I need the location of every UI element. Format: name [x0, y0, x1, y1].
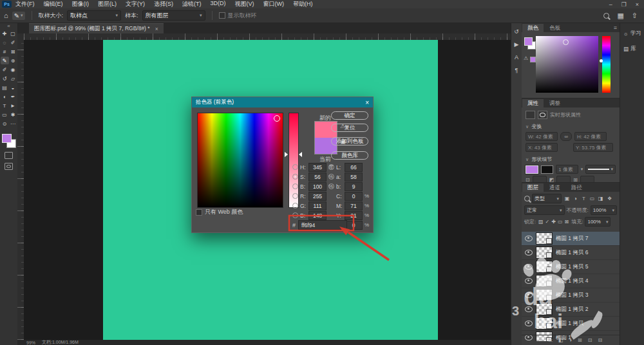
actions-panel-icon[interactable]: ▶ [515, 41, 519, 48]
field-value-input[interactable]: 111 [308, 201, 327, 210]
menu-item[interactable]: 滤镜(T) [182, 0, 202, 8]
blur-tool[interactable]: ◒ [9, 84, 17, 91]
filter-pixel-icon[interactable]: ▣ [564, 196, 571, 201]
dialog-title-bar[interactable]: 拾色器 (前景色) × [192, 97, 373, 107]
shape-tool[interactable]: ▭ [1, 111, 9, 118]
blend-mode-dropdown[interactable]: 正常 ▾ [524, 205, 565, 215]
picker-color-field[interactable] [197, 113, 283, 208]
document-tab[interactable]: 图库图标.psd @ 99% (椭圆 1 拷贝 7, RGB/8#) * × [29, 23, 164, 33]
panel-tab[interactable]: 调整 [544, 99, 565, 107]
hex-input[interactable]: ff6f94 [298, 220, 347, 230]
layer-name[interactable]: 椭圆 1 拷贝 7 [556, 235, 589, 243]
layer-thumbnail[interactable] [536, 261, 553, 273]
home-icon[interactable]: ⌂ [4, 12, 8, 19]
layer-effects-icon[interactable]: fx [548, 337, 552, 343]
sample-size-dropdown[interactable]: 取样点 ▾ [67, 10, 121, 21]
move-tool[interactable]: ✚ [1, 30, 9, 37]
panel-tab[interactable]: 图层 [522, 183, 544, 192]
field-value-input[interactable]: 66 [345, 163, 363, 172]
pen-tool[interactable]: ✒ [9, 93, 17, 100]
search-icon[interactable] [603, 13, 609, 19]
layer-thumbnail[interactable] [536, 247, 553, 259]
window-control-button[interactable]: × [636, 1, 639, 8]
close-icon[interactable]: × [155, 26, 158, 32]
healing-brush-tool[interactable]: ⊕ [9, 57, 17, 64]
layer-thumbnail[interactable] [536, 317, 553, 330]
visibility-eye-icon[interactable] [525, 236, 533, 241]
filter-smartobject-icon[interactable]: ◨ [597, 196, 604, 201]
radio-button[interactable] [328, 164, 334, 170]
slider-marker-left[interactable] [285, 152, 288, 157]
layer-thumbnail[interactable] [536, 289, 553, 301]
quick-select-tool[interactable]: ✐ [9, 39, 17, 46]
visibility-eye-icon[interactable] [525, 306, 533, 312]
visibility-eye-icon[interactable] [525, 292, 533, 298]
share-icon[interactable]: ⇧ [632, 12, 638, 20]
menu-item[interactable]: 文字(Y) [126, 0, 145, 8]
color-field-marker[interactable] [563, 39, 569, 45]
lock-position-icon[interactable]: ✚ [551, 219, 556, 225]
layer-name[interactable]: 椭圆 1 拷贝 5 [556, 263, 589, 271]
frame-tool[interactable]: ⊠ [9, 48, 17, 55]
new-layer-icon[interactable]: ⊡ [588, 337, 592, 343]
field-value-input[interactable]: 21 [345, 211, 363, 220]
filter-shape-icon[interactable]: ▭ [589, 196, 596, 201]
panel-tab[interactable]: 颜色 [522, 24, 544, 32]
filter-type-dropdown[interactable]: 类型 ▾ [532, 194, 562, 203]
height-field[interactable]: H: 42 像素 [574, 132, 607, 141]
color-field-marker[interactable] [274, 115, 280, 122]
transform-section-header[interactable]: ∨ 变换 [526, 123, 616, 130]
stroke-width-field[interactable]: 1 像素 [556, 165, 578, 174]
visibility-eye-icon[interactable] [525, 278, 533, 284]
shape-section-header[interactable]: ∨ 形状细节 [526, 156, 616, 163]
lasso-tool[interactable]: ◌ [1, 39, 9, 46]
stroke-color-swatch[interactable] [541, 165, 554, 174]
window-control-button[interactable]: ❐ [621, 1, 627, 8]
lock-artboard-icon[interactable]: ▭ [557, 219, 563, 225]
radio-button[interactable] [292, 193, 298, 199]
paragraph-panel-icon[interactable]: ¶ [515, 67, 518, 73]
hue-slider-marker[interactable] [600, 59, 603, 62]
layer-name[interactable]: 椭圆 1 拷贝 4 [556, 277, 589, 285]
fill-color-swatch[interactable] [526, 165, 538, 174]
menu-item[interactable]: 选择(S) [154, 0, 173, 8]
slider-marker-right[interactable] [299, 152, 302, 157]
filter-search-icon[interactable] [524, 196, 530, 201]
more-tools[interactable]: ⋯ [9, 120, 17, 127]
delete-layer-icon[interactable]: ⊟ [598, 337, 603, 343]
window-control-button[interactable]: – [609, 1, 612, 8]
lock-transparency-icon[interactable]: ▨ [538, 219, 544, 225]
layer-row[interactable]: 椭圆 1 拷贝 4 [522, 274, 620, 288]
dodge-tool[interactable]: ◖ [1, 93, 9, 100]
crop-tool[interactable]: # [1, 48, 9, 55]
menu-item[interactable]: 图像(I) [72, 0, 90, 8]
layer-thumbnail[interactable] [536, 232, 553, 245]
filter-adjustment-icon[interactable]: ◑ [572, 196, 579, 201]
hand-tool[interactable]: ✱ [9, 111, 17, 118]
close-icon[interactable]: × [365, 99, 369, 106]
radio-button[interactable] [292, 164, 298, 170]
layer-row[interactable]: 椭圆 1 拷贝 2 [522, 303, 620, 317]
layer-row[interactable]: 椭圆 1 拷贝 7 [522, 232, 620, 246]
width-field[interactable]: W: 42 像素 [526, 132, 558, 141]
chevron-down-icon[interactable]: ▾ [581, 167, 583, 172]
quick-mask-button[interactable] [5, 152, 13, 159]
filter-pin-icon[interactable]: ❖ [606, 196, 613, 201]
layer-thumbnail[interactable] [536, 275, 553, 287]
zoom-tool[interactable]: ⊙ [1, 120, 9, 127]
field-value-input[interactable]: 255 [308, 192, 327, 201]
filter-type-icon[interactable]: T [580, 196, 587, 201]
radio-button[interactable] [292, 183, 298, 189]
history-panel-icon[interactable]: ↺ [514, 28, 519, 35]
active-tool-chip[interactable]: ✎ ▾ [12, 12, 25, 20]
menu-item[interactable]: 编辑(E) [44, 0, 63, 8]
menu-item[interactable]: 图层(L) [98, 0, 117, 8]
brush-tool[interactable]: ✐ [1, 66, 9, 73]
color-libraries-button[interactable]: 颜色库 [331, 151, 368, 160]
panel-tab[interactable]: 色板 [544, 24, 565, 32]
foreground-color-swatch[interactable] [2, 134, 12, 143]
field-value-input[interactable]: 0 [345, 192, 363, 201]
ok-button[interactable]: 确定 [331, 111, 368, 120]
y-field[interactable]: Y: 53.75 像素 [573, 143, 613, 152]
x-field[interactable]: X: 43 像素 [526, 143, 558, 152]
